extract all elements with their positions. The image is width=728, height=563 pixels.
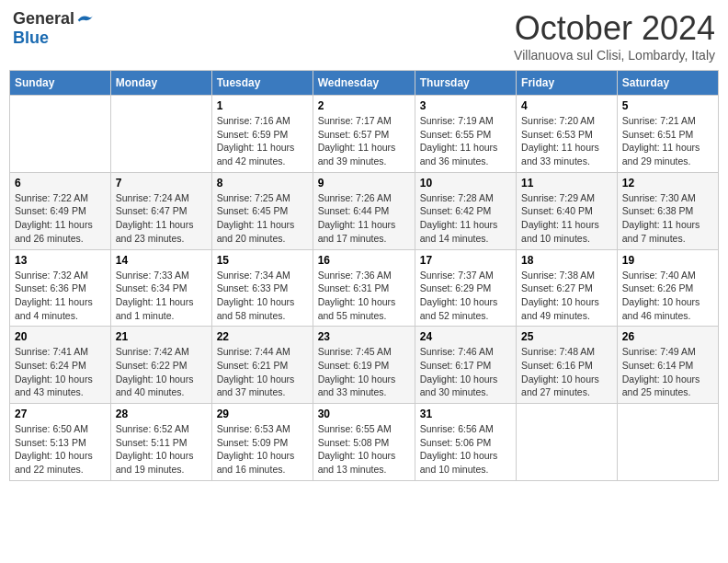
day-info: Sunrise: 6:50 AMSunset: 5:13 PMDaylight:…: [15, 422, 106, 477]
day-number: 3: [420, 99, 511, 112]
day-number: 29: [217, 408, 308, 420]
logo-blue-text: Blue: [13, 29, 49, 48]
day-info: Sunrise: 7:30 AMSunset: 6:38 PMDaylight:…: [622, 191, 713, 246]
calendar-day-cell: 25Sunrise: 7:48 AMSunset: 6:16 PMDayligh…: [517, 327, 618, 404]
calendar-week-row-1: 1Sunrise: 7:16 AMSunset: 6:59 PMDaylight…: [10, 96, 719, 173]
day-number: 14: [116, 254, 207, 267]
day-number: 4: [521, 99, 612, 112]
day-number: 22: [217, 330, 308, 343]
day-number: 16: [318, 254, 410, 267]
title-block: October 2024 Villanuova sul Clisi, Lomba…: [514, 9, 715, 63]
calendar-day-cell: 18Sunrise: 7:38 AMSunset: 6:27 PMDayligh…: [517, 249, 618, 327]
calendar-day-cell: 16Sunrise: 7:36 AMSunset: 6:31 PMDayligh…: [313, 249, 415, 327]
day-of-week-header: Thursday: [415, 71, 516, 96]
day-number: 5: [622, 99, 713, 112]
day-info: Sunrise: 7:49 AMSunset: 6:14 PMDaylight:…: [622, 345, 713, 399]
day-info: Sunrise: 7:20 AMSunset: 6:53 PMDaylight:…: [521, 114, 612, 168]
day-info: Sunrise: 7:24 AMSunset: 6:47 PMDaylight:…: [116, 191, 207, 246]
calendar-day-cell: 19Sunrise: 7:40 AMSunset: 6:26 PMDayligh…: [617, 249, 718, 327]
calendar-day-cell: 5Sunrise: 7:21 AMSunset: 6:51 PMDaylight…: [617, 96, 718, 173]
day-number: 30: [318, 408, 410, 420]
calendar-header-row: SundayMondayTuesdayWednesdayThursdayFrid…: [10, 71, 719, 96]
day-info: Sunrise: 7:40 AMSunset: 6:26 PMDaylight:…: [622, 269, 713, 323]
calendar-day-cell: 9Sunrise: 7:26 AMSunset: 6:44 PMDaylight…: [313, 172, 415, 249]
calendar-day-cell: 13Sunrise: 7:32 AMSunset: 6:36 PMDayligh…: [10, 249, 111, 327]
day-number: 2: [318, 99, 410, 112]
location-title: Villanuova sul Clisi, Lombardy, Italy: [514, 48, 715, 63]
day-info: Sunrise: 7:44 AMSunset: 6:21 PMDaylight:…: [217, 345, 308, 399]
calendar-day-cell: 20Sunrise: 7:41 AMSunset: 6:24 PMDayligh…: [10, 327, 111, 404]
day-info: Sunrise: 7:34 AMSunset: 6:33 PMDaylight:…: [217, 269, 308, 323]
calendar-day-cell: 28Sunrise: 6:52 AMSunset: 5:11 PMDayligh…: [110, 404, 211, 481]
calendar-day-cell: 30Sunrise: 6:55 AMSunset: 5:08 PMDayligh…: [313, 404, 415, 481]
day-info: Sunrise: 7:25 AMSunset: 6:45 PMDaylight:…: [217, 191, 308, 246]
day-info: Sunrise: 6:56 AMSunset: 5:06 PMDaylight:…: [420, 422, 511, 477]
calendar-day-cell: 27Sunrise: 6:50 AMSunset: 5:13 PMDayligh…: [10, 404, 111, 481]
day-info: Sunrise: 7:29 AMSunset: 6:40 PMDaylight:…: [521, 191, 612, 246]
calendar-day-cell: 4Sunrise: 7:20 AMSunset: 6:53 PMDaylight…: [517, 96, 618, 173]
calendar-day-cell: 2Sunrise: 7:17 AMSunset: 6:57 PMDaylight…: [313, 96, 415, 173]
calendar-day-cell: 21Sunrise: 7:42 AMSunset: 6:22 PMDayligh…: [110, 327, 211, 404]
calendar-day-cell: 29Sunrise: 6:53 AMSunset: 5:09 PMDayligh…: [211, 404, 313, 481]
day-number: 26: [622, 330, 713, 343]
day-of-week-header: Saturday: [617, 71, 718, 96]
day-number: 20: [15, 330, 106, 343]
day-number: 19: [622, 254, 713, 267]
day-number: 10: [420, 177, 511, 190]
day-info: Sunrise: 7:46 AMSunset: 6:17 PMDaylight:…: [420, 345, 511, 399]
day-info: Sunrise: 7:42 AMSunset: 6:22 PMDaylight:…: [116, 345, 207, 399]
day-number: 7: [116, 177, 207, 190]
calendar-day-cell: 6Sunrise: 7:22 AMSunset: 6:49 PMDaylight…: [10, 172, 111, 249]
day-number: 9: [318, 177, 410, 190]
calendar-day-cell: 26Sunrise: 7:49 AMSunset: 6:14 PMDayligh…: [617, 327, 718, 404]
page-header: General Blue October 2024 Villanuova sul…: [9, 9, 719, 63]
calendar-day-cell: 7Sunrise: 7:24 AMSunset: 6:47 PMDaylight…: [110, 172, 211, 249]
day-number: 18: [521, 254, 612, 267]
day-number: 17: [420, 254, 511, 267]
day-number: 11: [521, 177, 612, 190]
day-number: 31: [420, 408, 511, 420]
day-number: 1: [217, 99, 308, 112]
calendar-week-row-4: 20Sunrise: 7:41 AMSunset: 6:24 PMDayligh…: [10, 327, 719, 404]
day-number: 25: [521, 330, 612, 343]
day-info: Sunrise: 7:17 AMSunset: 6:57 PMDaylight:…: [318, 114, 410, 168]
day-info: Sunrise: 7:36 AMSunset: 6:31 PMDaylight:…: [318, 269, 410, 323]
day-info: Sunrise: 7:32 AMSunset: 6:36 PMDaylight:…: [15, 269, 106, 323]
calendar-day-cell: 17Sunrise: 7:37 AMSunset: 6:29 PMDayligh…: [415, 249, 516, 327]
calendar-week-row-2: 6Sunrise: 7:22 AMSunset: 6:49 PMDaylight…: [10, 172, 719, 249]
calendar-day-cell: 10Sunrise: 7:28 AMSunset: 6:42 PMDayligh…: [415, 172, 516, 249]
day-info: Sunrise: 7:16 AMSunset: 6:59 PMDaylight:…: [217, 114, 308, 168]
calendar-day-cell: 1Sunrise: 7:16 AMSunset: 6:59 PMDaylight…: [211, 96, 313, 173]
day-number: 12: [622, 177, 713, 190]
calendar-day-cell: 23Sunrise: 7:45 AMSunset: 6:19 PMDayligh…: [313, 327, 415, 404]
day-of-week-header: Tuesday: [211, 71, 313, 96]
day-info: Sunrise: 6:53 AMSunset: 5:09 PMDaylight:…: [217, 422, 308, 477]
day-of-week-header: Monday: [110, 71, 211, 96]
calendar-day-cell: 12Sunrise: 7:30 AMSunset: 6:38 PMDayligh…: [617, 172, 718, 249]
day-info: Sunrise: 7:22 AMSunset: 6:49 PMDaylight:…: [15, 191, 106, 246]
day-info: Sunrise: 7:41 AMSunset: 6:24 PMDaylight:…: [15, 345, 106, 399]
day-number: 27: [15, 408, 106, 420]
day-info: Sunrise: 7:28 AMSunset: 6:42 PMDaylight:…: [420, 191, 511, 246]
day-number: 15: [217, 254, 308, 267]
calendar-day-cell: 11Sunrise: 7:29 AMSunset: 6:40 PMDayligh…: [517, 172, 618, 249]
day-number: 13: [15, 254, 106, 267]
day-info: Sunrise: 7:38 AMSunset: 6:27 PMDaylight:…: [521, 269, 612, 323]
calendar-day-cell: 22Sunrise: 7:44 AMSunset: 6:21 PMDayligh…: [211, 327, 313, 404]
calendar-day-cell: [110, 96, 211, 173]
day-info: Sunrise: 7:21 AMSunset: 6:51 PMDaylight:…: [622, 114, 713, 168]
day-info: Sunrise: 7:33 AMSunset: 6:34 PMDaylight:…: [116, 269, 207, 323]
calendar-day-cell: 31Sunrise: 6:56 AMSunset: 5:06 PMDayligh…: [415, 404, 516, 481]
day-of-week-header: Sunday: [10, 71, 111, 96]
day-info: Sunrise: 7:26 AMSunset: 6:44 PMDaylight:…: [318, 191, 410, 246]
logo-bird-icon: [76, 12, 95, 27]
calendar-day-cell: 14Sunrise: 7:33 AMSunset: 6:34 PMDayligh…: [110, 249, 211, 327]
day-of-week-header: Friday: [517, 71, 618, 96]
day-number: 24: [420, 330, 511, 343]
day-number: 23: [318, 330, 410, 343]
calendar-day-cell: 15Sunrise: 7:34 AMSunset: 6:33 PMDayligh…: [211, 249, 313, 327]
calendar-week-row-5: 27Sunrise: 6:50 AMSunset: 5:13 PMDayligh…: [10, 404, 719, 481]
calendar-day-cell: 8Sunrise: 7:25 AMSunset: 6:45 PMDaylight…: [211, 172, 313, 249]
calendar-day-cell: [10, 96, 111, 173]
calendar-day-cell: 3Sunrise: 7:19 AMSunset: 6:55 PMDaylight…: [415, 96, 516, 173]
